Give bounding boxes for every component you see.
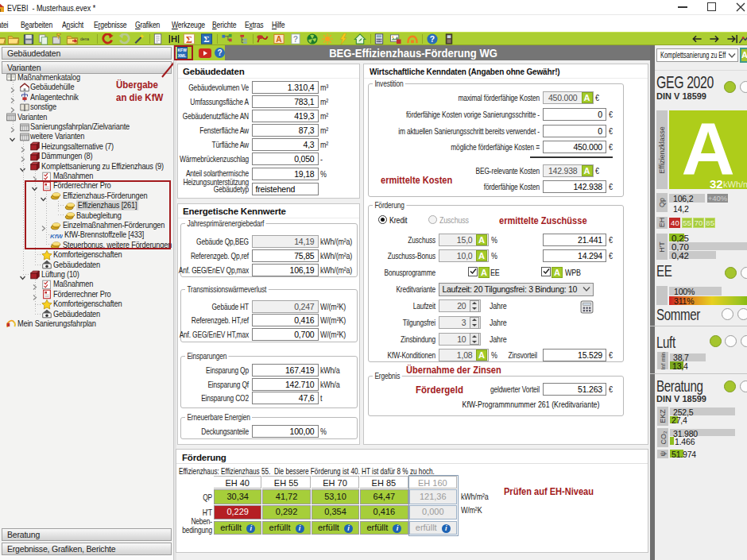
svg-text:A: A	[276, 35, 282, 44]
svg-text:H: H	[171, 34, 177, 44]
svg-text:Σ: Σ	[186, 33, 192, 44]
svg-text:?: ?	[430, 35, 435, 44]
svg-text:Σ: Σ	[203, 34, 209, 44]
svg-text:?: ?	[293, 35, 298, 44]
